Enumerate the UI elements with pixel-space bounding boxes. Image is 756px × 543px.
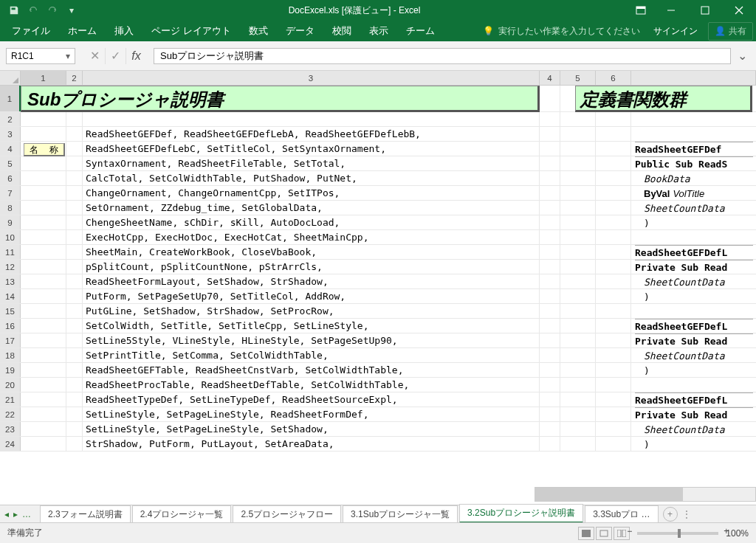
column-header[interactable]: 2 [66, 71, 83, 85]
cell[interactable] [596, 201, 631, 215]
cell[interactable] [66, 333, 83, 347]
cell[interactable] [540, 422, 560, 436]
cell[interactable]: SetPrintTitle, SetComma, SetColWidthTabl… [83, 348, 540, 362]
ribbon-tab[interactable]: ページ レイアウト [142, 21, 240, 41]
cell[interactable]: StrShadow, PutForm, PutLayout, SetAreaDa… [83, 437, 540, 451]
cell[interactable] [560, 289, 596, 303]
column-header[interactable]: 3 [83, 71, 540, 85]
cell[interactable]: SetLineStyle, SetPageLineStyle, SetShado… [83, 422, 540, 436]
zoom-level[interactable]: 100% [726, 528, 749, 539]
cell[interactable] [596, 378, 631, 392]
row-header[interactable]: 14 [0, 289, 21, 303]
cell[interactable] [560, 437, 596, 451]
horizontal-scrollbar[interactable] [535, 487, 756, 502]
cell[interactable]: SetLineStyle, SetPageLineStyle, ReadShee… [83, 407, 540, 421]
cell[interactable] [66, 378, 83, 392]
cell[interactable]: ChangeOrnament, ChangeOrnamentCpp, SetIT… [83, 186, 540, 200]
tab-nav-first-icon[interactable]: ◂ [4, 509, 9, 519]
cancel-formula-icon[interactable]: ✕ [84, 48, 105, 64]
cell[interactable] [540, 171, 560, 185]
cell[interactable] [560, 215, 596, 229]
row-header[interactable]: 19 [0, 363, 21, 377]
row-header[interactable]: 9 [0, 215, 21, 229]
cell[interactable] [560, 319, 596, 333]
cell[interactable] [560, 363, 596, 377]
tab-menu-icon[interactable]: ⋮ [682, 509, 691, 519]
cell[interactable] [560, 422, 596, 436]
cell[interactable] [21, 274, 66, 288]
cell[interactable] [560, 260, 596, 274]
cell[interactable]: SyntaxOrnament, ReadSheetFileTable, SetT… [83, 156, 540, 170]
cell[interactable] [596, 333, 631, 347]
cell[interactable]: ReadSheetGEFTable, ReadSheetCnstVarb, Se… [83, 363, 540, 377]
row-header[interactable]: 16 [0, 319, 21, 333]
cell[interactable] [560, 274, 596, 288]
cell[interactable] [540, 437, 560, 451]
cell[interactable] [540, 378, 560, 392]
cell[interactable] [560, 378, 596, 392]
cell[interactable]: ChengeSheetName, sChDir, sKill, AutoDocL… [83, 215, 540, 229]
row-header[interactable]: 2 [0, 112, 21, 126]
cell[interactable] [560, 186, 596, 200]
cell[interactable] [21, 407, 66, 421]
cell[interactable] [596, 215, 631, 229]
maximize-button[interactable] [688, 0, 722, 21]
cell[interactable] [21, 437, 66, 451]
row-header[interactable]: 4 [0, 142, 21, 156]
cell[interactable] [540, 260, 560, 274]
cell[interactable] [560, 407, 596, 421]
cell[interactable] [540, 245, 560, 259]
cell[interactable] [560, 201, 596, 215]
cell[interactable] [540, 407, 560, 421]
cell[interactable] [596, 127, 631, 141]
cell[interactable] [540, 156, 560, 170]
row-header[interactable]: 17 [0, 333, 21, 347]
row-header[interactable]: 8 [0, 201, 21, 215]
cell[interactable] [540, 112, 560, 126]
cell[interactable] [21, 348, 66, 362]
ribbon-tab[interactable]: ファイル [3, 21, 59, 41]
row-header[interactable]: 13 [0, 274, 21, 288]
qat-customize-icon[interactable]: ▾ [62, 0, 81, 21]
cell[interactable] [21, 230, 66, 244]
cell[interactable] [540, 215, 560, 229]
cell[interactable] [596, 112, 631, 126]
cell[interactable] [66, 142, 83, 156]
cell[interactable] [21, 186, 66, 200]
cell[interactable]: ReadSheetFormLayout, SetShadow, StrShado… [83, 274, 540, 288]
cell[interactable] [66, 230, 83, 244]
cell[interactable] [66, 289, 83, 303]
cell[interactable] [596, 363, 631, 377]
cell[interactable] [560, 112, 596, 126]
cell[interactable] [596, 245, 631, 259]
page-layout-view-icon[interactable] [596, 527, 612, 540]
sheet-tab[interactable]: 3.3Subプロ … [585, 505, 658, 523]
cell[interactable] [66, 392, 83, 407]
row-header[interactable]: 18 [0, 348, 21, 362]
name-box[interactable]: R1C1 ▾ [6, 48, 75, 64]
cell[interactable] [596, 304, 631, 318]
row-header[interactable]: 3 [0, 127, 21, 141]
cell[interactable] [66, 274, 83, 288]
cell[interactable] [596, 274, 631, 288]
new-sheet-button[interactable]: + [663, 507, 678, 522]
cell[interactable] [540, 289, 560, 303]
save-icon[interactable] [4, 0, 24, 21]
enter-formula-icon[interactable]: ✓ [105, 48, 126, 64]
cell[interactable] [540, 142, 560, 156]
expand-formula-bar-icon[interactable]: ⌄ [734, 49, 750, 63]
row-header[interactable]: 22 [0, 407, 21, 421]
cell[interactable]: SheetMain, CreateWorkBook, CloseVbaBook, [83, 245, 540, 259]
cell[interactable] [560, 156, 596, 170]
sheet-tab[interactable]: 3.2Subプロシージャ説明書 [459, 504, 583, 523]
cell[interactable]: ReadSheetGEFDefLebC, SetTitleCol, SetSyn… [83, 142, 540, 156]
cell[interactable]: ReadSheetGEFDef, ReadSheetGEFDefLebA, Re… [83, 127, 540, 141]
cell[interactable] [560, 127, 596, 141]
cell[interactable] [66, 201, 83, 215]
cell[interactable] [540, 274, 560, 288]
tab-nav-more-icon[interactable]: … [22, 509, 31, 519]
row-header[interactable]: 20 [0, 378, 21, 392]
cell[interactable] [21, 215, 66, 229]
cell[interactable] [66, 127, 83, 141]
row-header[interactable]: 6 [0, 171, 21, 185]
